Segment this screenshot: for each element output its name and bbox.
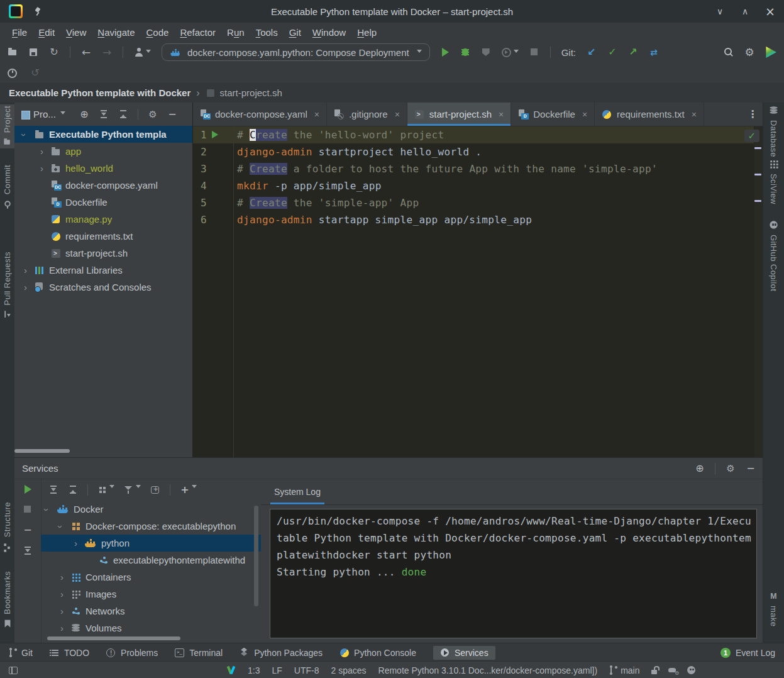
sidebar-item-pull-requests[interactable]: Pull Requests	[0, 226, 14, 345]
add-service-button[interactable]	[180, 485, 197, 495]
close-tab-icon[interactable]: ×	[395, 109, 400, 119]
sidebar-item-structure[interactable]: Structure	[0, 497, 14, 557]
sidebar-item-project[interactable]: Project	[0, 104, 14, 148]
python-interpreter[interactable]: Remote Python 3.10.1 Doc...ker/docker-co…	[378, 665, 598, 675]
editor[interactable]: 1# Create the 'hello-word' project2djang…	[193, 126, 764, 457]
menu-edit[interactable]: Edit	[33, 27, 60, 38]
tab-requirements-txt[interactable]: requirements.txt×	[595, 103, 704, 126]
expand-all-icon[interactable]	[99, 109, 109, 119]
service-tree-item[interactable]: Networks	[41, 603, 261, 620]
save-all-icon[interactable]	[28, 47, 38, 57]
event-log-button[interactable]: 1Event Log	[721, 648, 775, 658]
git-branch-widget[interactable]: main	[609, 665, 639, 675]
chevron-expanded-icon[interactable]	[43, 504, 53, 514]
project-tree-item[interactable]: External Libraries	[14, 262, 192, 279]
line-separator[interactable]: LF	[272, 665, 282, 675]
service-tree-item[interactable]: executablepythontemplatewithd	[41, 552, 261, 569]
collapse-all-icon[interactable]	[118, 109, 128, 119]
expand-all-icon[interactable]	[48, 485, 58, 495]
sync-icon[interactable]	[49, 47, 59, 57]
project-tree-item[interactable]: docker-compose.yaml	[14, 177, 192, 194]
inspections-ok-widget[interactable]	[744, 130, 759, 142]
chevron-collapsed-icon[interactable]	[57, 589, 67, 599]
hide-services-icon[interactable]	[746, 464, 756, 474]
menu-view[interactable]: View	[60, 27, 92, 38]
show-in-new-tab-icon[interactable]	[150, 485, 160, 495]
tab-system-log[interactable]: System Log	[270, 487, 324, 504]
indent-style[interactable]: 2 spaces	[331, 665, 366, 675]
profiler-button[interactable]	[502, 47, 519, 57]
tab-start-project-sh[interactable]: start-project.sh×	[407, 103, 511, 126]
chevron-collapsed-icon[interactable]	[57, 606, 67, 616]
toolwindow-button-terminal[interactable]: Terminal	[175, 648, 223, 658]
service-stop-button[interactable]	[23, 504, 33, 514]
hide-tool-window-icon[interactable]	[167, 109, 177, 119]
project-tree-item[interactable]: app	[14, 143, 192, 160]
chevron-collapsed-icon[interactable]	[37, 164, 47, 174]
sidebar-item-github-copilot[interactable]: GitHub Copilot	[763, 211, 784, 301]
run-line-icon[interactable]	[212, 131, 218, 138]
project-tree-item[interactable]: hello_world	[14, 160, 192, 177]
breadcrumb-file[interactable]: start-project.sh	[206, 87, 282, 98]
system-log-console[interactable]: /usr/bin/docker-compose -f /home/andros/…	[270, 509, 757, 638]
group-by-button[interactable]	[97, 485, 114, 495]
search-everywhere-icon[interactable]	[724, 47, 734, 57]
filter-button[interactable]	[124, 485, 141, 495]
project-view-select[interactable]: Pro...	[21, 109, 65, 119]
toolwindow-button-python-console[interactable]: Python Console	[340, 648, 416, 658]
menu-run[interactable]: Run	[221, 27, 250, 38]
caret-position[interactable]: 1:3	[248, 665, 260, 675]
service-tree-item[interactable]: Containers	[41, 569, 261, 586]
run-button[interactable]	[441, 48, 450, 57]
close-tab-icon[interactable]: ×	[499, 109, 504, 119]
undo-icon[interactable]	[30, 68, 40, 78]
sidebar-item-make[interactable]: make	[763, 582, 784, 636]
service-run-button[interactable]	[23, 485, 32, 494]
menu-refactor[interactable]: Refactor	[174, 27, 221, 38]
forward-icon[interactable]	[102, 47, 112, 57]
toolwindow-button-services[interactable]: Services	[433, 646, 495, 660]
git-push-icon[interactable]	[628, 47, 638, 57]
stop-button[interactable]	[529, 47, 539, 57]
toolwindow-button-git[interactable]: Git	[9, 648, 33, 658]
menu-git[interactable]: Git	[284, 27, 307, 38]
run-with-coverage-icon[interactable]	[481, 47, 491, 57]
menu-file[interactable]: File	[6, 27, 33, 38]
select-opened-file-icon[interactable]	[79, 109, 89, 119]
chevron-collapsed-icon[interactable]	[21, 282, 31, 292]
debug-button[interactable]	[460, 47, 470, 57]
chevron-collapsed-icon[interactable]	[57, 572, 67, 582]
project-tree-item[interactable]: requirements.txt	[14, 228, 192, 245]
tab-docker-compose-yaml[interactable]: docker-compose.yaml×	[193, 103, 327, 126]
inspections-widget-icon[interactable]	[226, 665, 236, 675]
sidebar-item-sciview[interactable]: SciView	[763, 157, 784, 206]
close-tab-icon[interactable]: ×	[314, 109, 319, 119]
window-minimize-button[interactable]	[715, 6, 725, 16]
project-tree-item[interactable]: Scratches and Consoles	[14, 279, 192, 296]
menu-help[interactable]: Help	[351, 27, 382, 38]
chevron-collapsed-icon[interactable]	[57, 623, 67, 633]
tab-dockerfile[interactable]: Dockerfile×	[511, 103, 595, 126]
toolwindow-button-todo[interactable]: TODO	[50, 648, 89, 658]
tab-gitignore[interactable]: .gitignore×	[327, 103, 407, 126]
vertical-scrollbar[interactable]	[254, 506, 258, 606]
git-update-icon[interactable]	[587, 47, 597, 57]
service-tree-item[interactable]: python	[41, 535, 261, 552]
menu-tools[interactable]: Tools	[250, 27, 284, 38]
horizontal-scrollbar[interactable]	[14, 449, 70, 453]
plugin-logo-icon[interactable]	[765, 47, 776, 58]
sidebar-item-database[interactable]: Database	[763, 104, 784, 158]
service-tree-item[interactable]: Docker	[41, 501, 261, 518]
robot-face-icon[interactable]	[687, 665, 697, 675]
close-tab-icon[interactable]: ×	[582, 109, 587, 119]
horizontal-scrollbar[interactable]	[47, 636, 180, 640]
local-history-icon[interactable]	[8, 68, 18, 78]
service-tree-item[interactable]: Docker-compose: executablepython	[41, 518, 261, 535]
menu-code[interactable]: Code	[141, 27, 175, 38]
menu-window[interactable]: Window	[307, 27, 351, 38]
project-tree-item[interactable]: Dockerfile	[14, 194, 192, 211]
git-commit-icon[interactable]	[607, 47, 617, 57]
window-layout-icon[interactable]	[9, 665, 19, 675]
chevron-collapsed-icon[interactable]	[21, 265, 31, 275]
chevron-expanded-icon[interactable]	[57, 521, 67, 531]
